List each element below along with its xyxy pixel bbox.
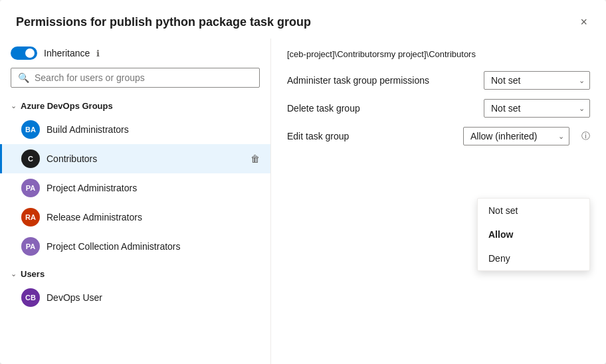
group-item-devops-user[interactable]: CB DevOps User: [0, 283, 270, 312]
group-label-build-admins: Build Administrators: [47, 124, 260, 135]
group-item-release-admins[interactable]: RA Release Administrators: [0, 203, 270, 232]
azure-devops-groups-label: Azure DevOps Groups: [21, 101, 113, 111]
left-panel: Inheritance ℹ 🔍 ⌄ Azure DevOps Groups BA…: [0, 39, 271, 364]
group-label-project-admins: Project Administrators: [47, 183, 260, 193]
avatar-contributors: C: [21, 149, 40, 168]
dropdown-item-deny[interactable]: Deny: [478, 246, 589, 270]
group-item-build-admins[interactable]: BA Build Administrators: [0, 115, 270, 144]
perm-label-edit: Edit task group: [287, 131, 455, 141]
dropdown-overlay: Not set Allow Deny: [477, 198, 590, 271]
dropdown-item-allow[interactable]: Allow: [478, 223, 589, 246]
perm-select-administer[interactable]: Not set Allow Deny: [484, 71, 590, 90]
group-item-project-collection-admins[interactable]: PA Project Collection Administrators: [0, 232, 270, 261]
users-section: ⌄ Users CB DevOps User: [0, 265, 270, 312]
close-button[interactable]: ×: [577, 13, 590, 31]
select-wrapper-delete: Not set Allow Deny ⌄: [484, 99, 590, 118]
group-label-devops-user: DevOps User: [47, 292, 260, 303]
modal-body: Inheritance ℹ 🔍 ⌄ Azure DevOps Groups BA…: [0, 39, 606, 364]
right-panel: [ceb-project]\Contributorsmy project]\Co…: [271, 39, 606, 364]
group-label-project-collection-admins: Project Collection Administrators: [47, 241, 260, 252]
delete-icon[interactable]: 🗑: [251, 153, 260, 164]
users-label: Users: [21, 269, 45, 279]
right-panel-title: [ceb-project]\Contributorsmy project]\Co…: [287, 49, 590, 59]
perm-row-edit: Edit task group Allow (inherited) Not se…: [287, 127, 590, 145]
group-label-release-admins: Release Administrators: [47, 212, 260, 223]
search-input[interactable]: [35, 72, 252, 83]
avatar-project-admins: PA: [21, 179, 40, 197]
avatar-build-admins: BA: [21, 120, 40, 139]
modal-title: Permissions for publish python package t…: [16, 15, 311, 29]
inheritance-row: Inheritance ℹ: [0, 46, 270, 68]
select-wrapper-edit: Allow (inherited) Not set Allow Deny ⌄: [463, 127, 569, 145]
perm-label-delete: Delete task group: [287, 103, 476, 114]
chevron-down-icon: ⌄: [11, 102, 17, 110]
info-icon[interactable]: ℹ: [96, 48, 100, 58]
perm-select-edit[interactable]: Allow (inherited) Not set Allow Deny: [463, 127, 569, 145]
chevron-down-icon-users: ⌄: [11, 270, 17, 278]
inheritance-label: Inheritance: [44, 48, 90, 58]
avatar-release-admins: RA: [21, 208, 40, 227]
toggle-thumb: [25, 48, 35, 58]
group-item-project-admins[interactable]: PA Project Administrators: [0, 173, 270, 203]
azure-devops-groups-header[interactable]: ⌄ Azure DevOps Groups: [0, 97, 270, 115]
inheritance-toggle[interactable]: [11, 46, 37, 60]
permissions-modal: Permissions for publish python package t…: [0, 0, 606, 364]
perm-row-administer: Administer task group permissions Not se…: [287, 71, 590, 90]
group-label-contributors: Contributors: [47, 153, 244, 164]
perm-row-delete: Delete task group Not set Allow Deny ⌄: [287, 99, 590, 118]
avatar-project-collection-admins: PA: [21, 237, 40, 256]
dropdown-item-not-set[interactable]: Not set: [478, 199, 589, 223]
edit-info-icon[interactable]: ⓘ: [581, 130, 590, 142]
perm-select-delete[interactable]: Not set Allow Deny: [484, 99, 590, 118]
perm-label-administer: Administer task group permissions: [287, 75, 476, 86]
azure-devops-groups-section: ⌄ Azure DevOps Groups BA Build Administr…: [0, 97, 270, 261]
select-wrapper-administer: Not set Allow Deny ⌄: [484, 71, 590, 90]
search-icon: 🔍: [18, 72, 29, 83]
avatar-devops-user: CB: [21, 288, 40, 307]
modal-header: Permissions for publish python package t…: [0, 0, 606, 39]
group-item-contributors[interactable]: C Contributors 🗑: [0, 144, 270, 173]
search-box[interactable]: 🔍: [11, 68, 260, 88]
users-header[interactable]: ⌄ Users: [0, 265, 270, 283]
